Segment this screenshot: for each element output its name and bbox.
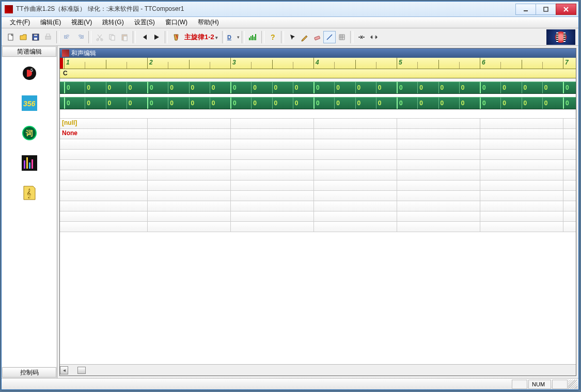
- h-scrollbar[interactable]: ◂: [60, 364, 576, 375]
- melody-selector[interactable]: 主旋律1-2: [182, 32, 220, 42]
- note-cell[interactable]: 0: [293, 82, 299, 93]
- sidebar-tab-notation[interactable]: 简谱编辑: [2, 46, 56, 57]
- note-cell[interactable]: 0: [334, 82, 340, 93]
- scroll-left-icon[interactable]: ◂: [60, 366, 68, 374]
- note-cell[interactable]: 0: [168, 97, 174, 109]
- note-cell[interactable]: 0: [147, 82, 153, 93]
- grid-row[interactable]: [60, 160, 576, 170]
- note-cell[interactable]: 0: [106, 82, 112, 93]
- track-row-2[interactable]: 0000000000000000000000000000: [60, 97, 576, 109]
- note-cell[interactable]: 0: [376, 82, 382, 93]
- grid-row[interactable]: [60, 222, 576, 232]
- metronome-icon[interactable]: [170, 31, 182, 43]
- sidebar-icon-1[interactable]: 5: [22, 66, 37, 81]
- new-file-icon[interactable]: [5, 31, 17, 43]
- sidebar-icon-3[interactable]: 词: [22, 125, 37, 141]
- note-cell[interactable]: 0: [542, 97, 548, 109]
- note-cell[interactable]: 0: [417, 82, 423, 93]
- note-cell[interactable]: 0: [272, 97, 278, 109]
- note-cell[interactable]: 0: [459, 97, 465, 109]
- bar-ruler[interactable]: 1234567: [60, 58, 576, 69]
- note-cell[interactable]: 0: [459, 82, 465, 93]
- menu-goto[interactable]: 跳转(G): [97, 17, 129, 28]
- note-cell[interactable]: 0: [563, 82, 569, 93]
- print-icon[interactable]: [42, 31, 54, 43]
- pencil-icon[interactable]: [299, 31, 311, 43]
- sidebar-icon-4[interactable]: [22, 155, 37, 171]
- note-cell[interactable]: 0: [293, 97, 299, 109]
- note-cell[interactable]: 0: [334, 97, 340, 109]
- note-cell[interactable]: 0: [313, 82, 320, 93]
- play-icon[interactable]: [150, 31, 163, 43]
- redo-icon[interactable]: [74, 31, 86, 43]
- note-cell[interactable]: 0: [522, 82, 527, 93]
- note-cell[interactable]: 0: [251, 82, 257, 93]
- pointer-icon[interactable]: [286, 31, 299, 43]
- open-file-icon[interactable]: [17, 31, 29, 43]
- maximize-button[interactable]: [536, 4, 556, 15]
- note-cell[interactable]: 0: [438, 97, 444, 109]
- note-cell[interactable]: 0: [106, 97, 112, 109]
- note-cell[interactable]: 0: [127, 97, 132, 109]
- equalizer-icon[interactable]: [247, 31, 259, 43]
- note-cell[interactable]: 0: [355, 97, 361, 109]
- note-cell[interactable]: 0: [230, 82, 237, 93]
- expand-h-icon[interactable]: [368, 31, 380, 43]
- note-cell[interactable]: 0: [127, 82, 132, 93]
- menu-help[interactable]: 帮助(H): [193, 17, 224, 28]
- paste-icon[interactable]: [118, 31, 131, 43]
- note-cell[interactable]: 0: [500, 82, 506, 93]
- note-cell[interactable]: 0: [230, 97, 237, 109]
- track-row-1[interactable]: 0000000000000000000000000000: [60, 81, 576, 94]
- undo-icon[interactable]: [61, 31, 74, 43]
- eraser-icon[interactable]: [311, 31, 323, 43]
- note-cell[interactable]: 0: [397, 97, 403, 109]
- grid-row-none[interactable]: None: [60, 129, 576, 139]
- sidebar-tab-control[interactable]: 控制码: [2, 367, 56, 378]
- note-cell[interactable]: 0: [563, 97, 569, 109]
- note-cell[interactable]: 0: [210, 82, 215, 93]
- grid-row[interactable]: [60, 181, 576, 191]
- line-tool-icon[interactable]: [323, 31, 336, 43]
- grid-row[interactable]: [60, 201, 576, 211]
- note-cell[interactable]: 0: [189, 82, 195, 93]
- grid-row[interactable]: [60, 139, 576, 150]
- note-cell[interactable]: 0: [64, 82, 70, 93]
- grid-row[interactable]: [60, 191, 576, 201]
- shrink-h-icon[interactable]: [355, 31, 368, 43]
- grid-row[interactable]: [60, 211, 576, 222]
- grid-row[interactable]: [60, 170, 576, 181]
- sidebar-icon-5[interactable]: 𝄞: [22, 185, 37, 201]
- help-icon[interactable]: ?: [266, 31, 279, 43]
- chord-row[interactable]: C: [60, 69, 576, 78]
- note-cell[interactable]: 0: [85, 82, 90, 93]
- note-cell[interactable]: 0: [251, 97, 257, 109]
- note-cell[interactable]: 0: [480, 97, 486, 109]
- note-cell[interactable]: 0: [542, 82, 548, 93]
- minimize-button[interactable]: [515, 4, 536, 15]
- note-cell[interactable]: 0: [480, 82, 486, 93]
- skip-start-icon[interactable]: [138, 31, 150, 43]
- grid-icon[interactable]: [336, 31, 348, 43]
- note-cell[interactable]: 0: [272, 82, 278, 93]
- grid-row-null[interactable]: [null]: [60, 119, 576, 129]
- note-cell[interactable]: 0: [417, 97, 423, 109]
- menu-edit[interactable]: 编辑(E): [35, 17, 66, 28]
- note-cell[interactable]: 0: [397, 82, 403, 93]
- copy-icon[interactable]: [106, 31, 118, 43]
- sidebar-icon-2[interactable]: 356: [22, 95, 37, 111]
- save-icon[interactable]: [29, 31, 42, 43]
- menu-file[interactable]: 文件(F): [5, 17, 35, 28]
- note-cell[interactable]: 0: [355, 82, 361, 93]
- note-cell[interactable]: 0: [189, 97, 195, 109]
- playhead-marker[interactable]: [60, 58, 63, 69]
- note-cell[interactable]: 0: [64, 97, 70, 109]
- close-button[interactable]: [556, 4, 576, 15]
- note-cell[interactable]: 0: [210, 97, 215, 109]
- grid-row[interactable]: [60, 150, 576, 160]
- menu-window[interactable]: 窗口(W): [160, 17, 193, 28]
- menu-view[interactable]: 视图(V): [66, 17, 97, 28]
- note-cell[interactable]: 0: [168, 82, 174, 93]
- note-cell[interactable]: 0: [376, 97, 382, 109]
- note-cell[interactable]: 0: [313, 97, 320, 109]
